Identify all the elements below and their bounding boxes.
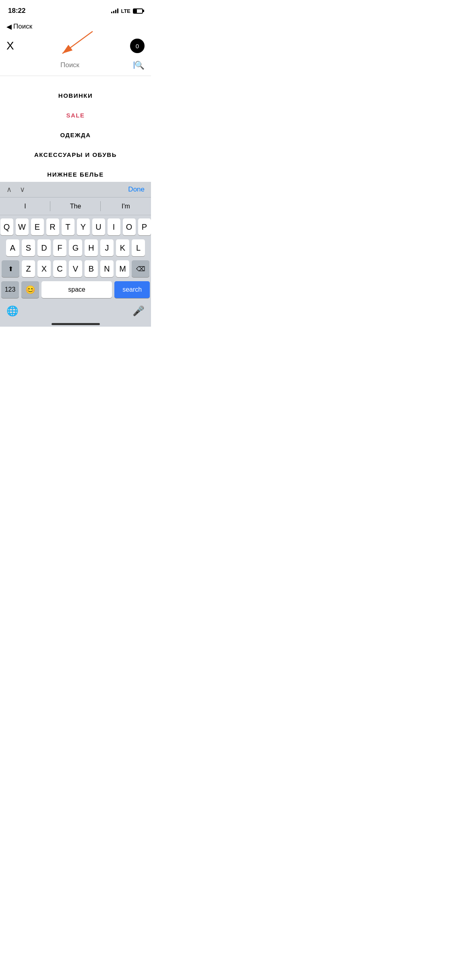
keyboard-rows: Q W E R T Y U I O P A S D F G H J K L ⬆ … <box>0 215 151 304</box>
key-y[interactable]: Y <box>77 218 90 235</box>
home-indicator <box>0 320 151 327</box>
lte-label: LTE <box>121 8 130 14</box>
status-time: 18:22 <box>8 7 25 15</box>
key-a[interactable]: A <box>6 239 19 256</box>
key-t[interactable]: T <box>62 218 74 235</box>
key-j[interactable]: J <box>100 239 114 256</box>
key-o[interactable]: O <box>123 218 136 235</box>
autocomplete-item-im[interactable]: I'm <box>101 198 151 215</box>
key-f[interactable]: F <box>53 239 66 256</box>
keyboard-toolbar: ∧ ∨ Done <box>0 182 151 198</box>
close-button[interactable]: X <box>6 40 14 51</box>
menu-item-sale[interactable]: SALE <box>0 105 151 125</box>
key-q[interactable]: Q <box>0 218 13 235</box>
key-w[interactable]: W <box>16 218 29 235</box>
key-z[interactable]: Z <box>22 260 35 277</box>
globe-icon[interactable]: 🌐 <box>6 305 19 317</box>
menu-item-underwear[interactable]: НИЖНЕЕ БЕЛЬЕ <box>0 165 151 184</box>
key-e[interactable]: E <box>31 218 44 235</box>
key-g[interactable]: G <box>69 239 82 256</box>
back-button[interactable]: ◀ Поиск <box>6 23 32 31</box>
keyboard-up-button[interactable]: ∧ <box>6 185 12 194</box>
battery-icon <box>133 8 143 14</box>
key-x[interactable]: X <box>37 260 51 277</box>
key-row-4: 123 😊 space search <box>1 281 150 298</box>
keyboard-done-button[interactable]: Done <box>128 185 145 194</box>
search-input-wrapper[interactable] <box>6 58 134 72</box>
key-c[interactable]: C <box>53 260 66 277</box>
search-bar: 🔍 <box>0 58 151 72</box>
key-b[interactable]: B <box>85 260 98 277</box>
autocomplete-item-the[interactable]: The <box>50 198 101 215</box>
search-divider <box>0 76 151 76</box>
keyboard-nav-buttons: ∧ ∨ <box>6 185 25 194</box>
status-icons: LTE <box>111 8 143 14</box>
header-bar: X 0 <box>0 35 151 58</box>
microphone-icon[interactable]: 🎤 <box>132 305 145 317</box>
autocomplete-item-i[interactable]: I <box>0 198 50 215</box>
key-m[interactable]: M <box>116 260 129 277</box>
back-label: Поиск <box>13 23 32 31</box>
emoji-key[interactable]: 😊 <box>21 281 39 298</box>
key-v[interactable]: V <box>69 260 82 277</box>
search-key[interactable]: search <box>114 281 150 298</box>
keyboard: ∧ ∨ Done I The I'm Q W E R T Y U I O P A… <box>0 182 151 327</box>
text-cursor <box>134 62 134 69</box>
key-row-3: ⬆ Z X C V B N M ⌫ <box>1 260 150 277</box>
menu-item-clothes[interactable]: ОДЕЖДА <box>0 125 151 145</box>
key-row-2: A S D F G H J K L <box>1 239 150 256</box>
key-row-1: Q W E R T Y U I O P <box>1 218 150 235</box>
status-bar: 18:22 LTE <box>0 0 151 18</box>
search-input[interactable] <box>6 61 133 69</box>
menu-item-accessories[interactable]: АКСЕССУАРЫ И ОБУВЬ <box>0 145 151 165</box>
key-u[interactable]: U <box>92 218 105 235</box>
signal-icon <box>111 8 118 13</box>
key-p[interactable]: P <box>138 218 151 235</box>
space-key[interactable]: space <box>41 281 112 298</box>
keyboard-down-button[interactable]: ∨ <box>20 185 25 194</box>
backspace-key[interactable]: ⌫ <box>132 260 149 277</box>
key-s[interactable]: S <box>22 239 35 256</box>
key-i[interactable]: I <box>108 218 120 235</box>
key-k[interactable]: K <box>116 239 129 256</box>
cart-button[interactable]: 0 <box>130 39 145 53</box>
key-d[interactable]: D <box>37 239 51 256</box>
autocomplete-bar: I The I'm <box>0 198 151 215</box>
home-bar <box>52 323 100 325</box>
key-r[interactable]: R <box>46 218 59 235</box>
key-n[interactable]: N <box>100 260 114 277</box>
nav-bar: ◀ Поиск <box>0 18 151 35</box>
shift-key[interactable]: ⬆ <box>2 260 19 277</box>
search-icon[interactable]: 🔍 <box>134 60 145 70</box>
key-h[interactable]: H <box>85 239 98 256</box>
back-chevron-icon: ◀ <box>6 23 12 31</box>
keyboard-bottom-row: 🌐 🎤 <box>0 304 151 320</box>
numbers-key[interactable]: 123 <box>1 281 19 298</box>
menu-item-new[interactable]: НОВИНКИ <box>0 86 151 105</box>
key-l[interactable]: L <box>132 239 145 256</box>
